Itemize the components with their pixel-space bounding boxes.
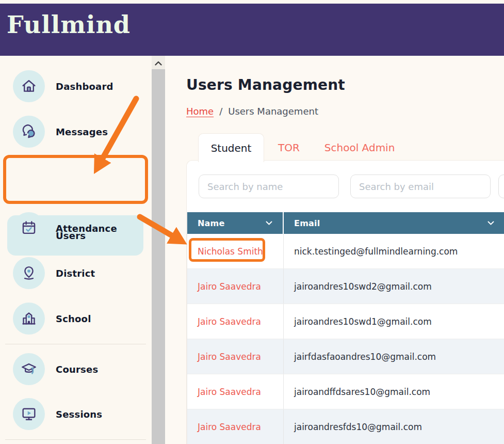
user-email: nick.testinged@fullmindlearning.com: [284, 234, 504, 268]
sidebar-divider-bottom: [5, 439, 146, 440]
sidebar-label-dashboard: Dashboard: [56, 81, 113, 92]
sidebar-label-school: School: [56, 313, 91, 324]
user-name-link[interactable]: Jairo Saavedra: [187, 374, 284, 409]
tab-bar: Student TOR School Admin: [198, 133, 405, 162]
column-label-name: Name: [198, 218, 225, 228]
user-email: jairoandres10swd2@gmail.com: [284, 269, 504, 304]
scrollbar-thumb[interactable]: [152, 69, 165, 444]
chevron-down-icon[interactable]: [487, 221, 494, 225]
top-bar: Fullmind: [0, 4, 504, 56]
home-icon: [13, 70, 45, 102]
sidebar-label-messages: Messages: [56, 126, 108, 137]
fullmind-logo: Fullmind: [7, 11, 131, 39]
map-pin-icon: [13, 257, 45, 289]
school-building-icon: [13, 303, 45, 335]
tab-tor[interactable]: TOR: [264, 133, 311, 162]
calendar-check-icon: [13, 212, 45, 244]
search-input-3[interactable]: [498, 175, 504, 198]
graduation-cap-icon: [13, 353, 45, 385]
column-header-name[interactable]: Name: [187, 212, 284, 234]
chevron-down-icon[interactable]: [266, 221, 272, 225]
table-row: Jairo Saavedra jairoandresfds10@gmail.co…: [187, 409, 504, 444]
column-header-email[interactable]: Email: [284, 212, 504, 234]
search-by-email-input[interactable]: [350, 175, 491, 198]
sidebar-label-district: District: [56, 268, 95, 279]
breadcrumb: Home / Users Management: [186, 106, 318, 117]
tab-school-admin[interactable]: School Admin: [311, 133, 405, 162]
page-title: Users Management: [186, 76, 345, 93]
sidebar-label-sessions: Sessions: [56, 409, 102, 420]
sidebar-item-district[interactable]: District: [0, 257, 152, 290]
sidebar-item-dashboard[interactable]: Dashboard: [0, 70, 152, 103]
main-content: Users Management Home / Users Management…: [165, 56, 504, 444]
table-header-row: Name Email: [187, 212, 504, 234]
sidebar-divider: [5, 344, 146, 344]
user-name-link[interactable]: Jairo Saavedra: [187, 269, 284, 304]
sidebar-item-courses[interactable]: Courses: [0, 353, 152, 386]
sidebar: Dashboard Messages Users: [0, 56, 152, 444]
sidebar-item-sessions[interactable]: Sessions: [0, 398, 152, 431]
users-panel: Name Email Nicholas Smith nick.tes: [186, 160, 504, 444]
user-email: jairfdasfaoandres10@gmail.com: [284, 339, 504, 374]
chevron-up-icon: [155, 58, 162, 68]
column-label-email: Email: [294, 218, 320, 228]
table-row: Jairo Saavedra jairoandres10swd2@gmail.c…: [187, 269, 504, 304]
user-email: jairoandffdsares10@gmail.com: [284, 374, 504, 409]
breadcrumb-current: Users Management: [228, 106, 318, 117]
chat-bubbles-icon: [13, 116, 45, 148]
scrollbar: [152, 56, 165, 444]
sidebar-item-messages[interactable]: Messages: [0, 115, 152, 148]
sidebar-item-attendance[interactable]: Attendance: [0, 212, 152, 245]
sidebar-item-school[interactable]: School: [0, 302, 152, 335]
app-window: Fullmind Dashboard Messages: [0, 0, 504, 444]
user-name-link[interactable]: Jairo Saavedra: [187, 339, 284, 374]
breadcrumb-separator: /: [219, 106, 222, 117]
sidebar-label-attendance: Attendance: [56, 223, 117, 234]
scroll-up-button[interactable]: [152, 56, 165, 69]
table-row: Jairo Saavedra jairoandres10swd1@gmail.c…: [187, 304, 504, 339]
user-email: jairoandresfds10@gmail.com: [284, 409, 504, 444]
tab-student[interactable]: Student: [198, 133, 264, 162]
table-row: Jairo Saavedra jairoandffdsares10@gmail.…: [187, 374, 504, 409]
user-email: jairoandres10swd1@gmail.com: [284, 304, 504, 339]
user-name-link[interactable]: Jairo Saavedra: [187, 304, 284, 339]
search-by-name-input[interactable]: [199, 175, 339, 198]
table-row: Jairo Saavedra jairfdasfaoandres10@gmail…: [187, 339, 504, 374]
users-table: Name Email Nicholas Smith nick.tes: [187, 212, 504, 444]
table-row: Nicholas Smith nick.testinged@fullmindle…: [187, 234, 504, 269]
breadcrumb-home-link[interactable]: Home: [186, 106, 214, 117]
sidebar-label-courses: Courses: [56, 364, 98, 375]
monitor-play-icon: [13, 398, 45, 430]
user-name-link[interactable]: Jairo Saavedra: [187, 409, 284, 444]
user-name-link[interactable]: Nicholas Smith: [187, 234, 284, 268]
